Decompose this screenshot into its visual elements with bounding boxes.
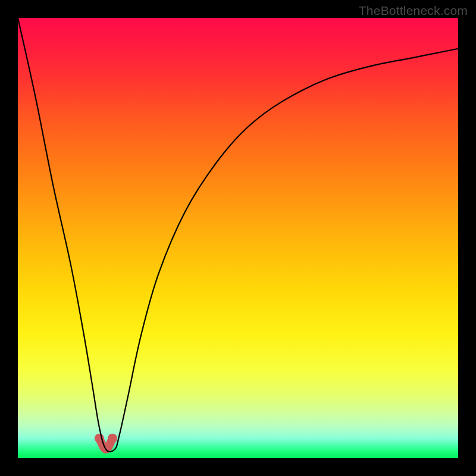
curve-layer: [18, 18, 458, 458]
marker-dot-right: [108, 434, 117, 443]
plot-area: [18, 18, 458, 458]
bottleneck-curve: [18, 18, 458, 452]
watermark-text: TheBottleneck.com: [359, 4, 468, 18]
chart-stage: TheBottleneck.com: [0, 0, 476, 476]
